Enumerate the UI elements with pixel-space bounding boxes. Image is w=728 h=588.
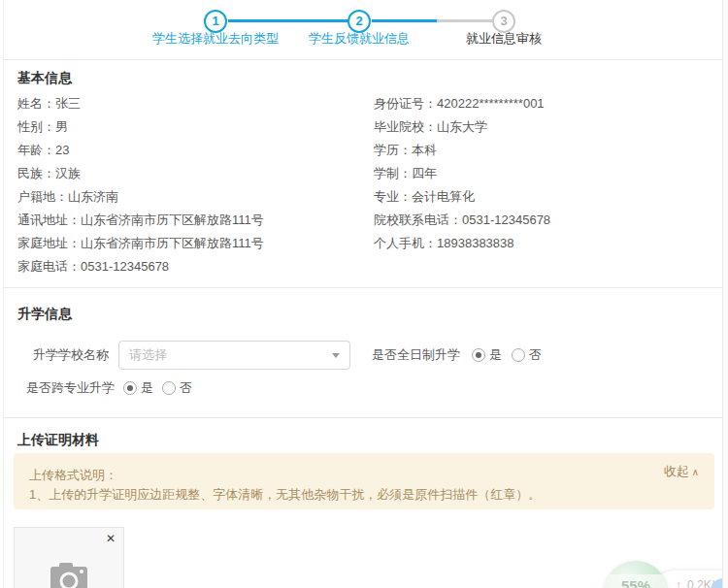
upload-format-notice: 收起∧ 上传格式说明： 1、上传的升学证明应边距规整、字体清晰，无其他杂物干扰，… <box>14 453 714 509</box>
school-select[interactable]: 请选择 <box>118 341 350 370</box>
step-connector-1-2 <box>228 19 347 22</box>
info-row-school-phone: 院校联系电话：0531-12345678 <box>374 209 550 232</box>
info-label: 专业： <box>374 189 412 204</box>
info-row-home-phone: 家庭电话：0531-12345678 <box>17 255 264 278</box>
fulltime-question-label: 是否全日制升学 <box>372 341 460 370</box>
info-label: 姓名： <box>17 96 55 111</box>
info-label: 通讯地址： <box>17 212 81 227</box>
fulltime-no-radio[interactable] <box>512 348 525 362</box>
info-row-mailing-address: 通讯地址：山东省济南市历下区解放路111号 <box>17 209 264 232</box>
info-value: 0531-12345678 <box>81 259 169 274</box>
cross-major-no-label[interactable]: 否 <box>180 375 192 402</box>
basic-info-right-column: 身份证号：420222*********001 毕业院校：山东大学 学历：本科 … <box>374 92 550 255</box>
notice-heading: 上传格式说明： <box>29 466 117 485</box>
notice-rule-1: 1、上传的升学证明应边距规整、字体清晰，无其他杂物干扰，必须是原件扫描件（红章）… <box>29 485 541 505</box>
step-3-circle: 3 <box>492 10 515 33</box>
info-row-ethnicity: 民族：汉族 <box>17 162 264 185</box>
study-info-title: 升学信息 <box>17 306 72 323</box>
info-label: 性别： <box>17 119 55 134</box>
info-value: 汉族 <box>55 166 81 180</box>
collapse-label: 收起 <box>664 464 689 478</box>
info-row-home-address: 家庭地址：山东省济南市历下区解放路111号 <box>17 232 264 255</box>
info-label: 民族： <box>17 166 55 180</box>
info-value: 男 <box>55 119 68 134</box>
school-name-label: 升学学校名称 <box>33 341 109 370</box>
info-row-age: 年龄：23 <box>17 139 264 162</box>
info-row-household: 户籍地：山东济南 <box>17 185 264 209</box>
page: 1 2 3 学生选择就业去向类型 学生反馈就业信息 就业信息审核 基本信息 姓名… <box>0 0 728 588</box>
fulltime-no-label[interactable]: 否 <box>529 341 542 370</box>
info-label: 毕业院校： <box>374 119 437 134</box>
cross-major-yes-radio[interactable] <box>123 381 137 395</box>
basic-info-left-column: 姓名：张三 性别：男 年龄：23 民族：汉族 户籍地：山东济南 通讯地址：山东省… <box>17 92 264 278</box>
wizard-stepper: 1 2 3 学生选择就业去向类型 学生反馈就业信息 就业信息审核 <box>0 0 728 59</box>
basic-info-title: 基本信息 <box>17 70 72 87</box>
info-label: 院校联系电话： <box>374 212 462 227</box>
chevron-down-icon <box>332 353 340 358</box>
cross-major-yes-label[interactable]: 是 <box>141 375 153 402</box>
info-label: 家庭电话： <box>17 259 81 274</box>
left-edge-divider <box>3 0 4 588</box>
step-1-circle: 1 <box>204 10 227 33</box>
school-select-placeholder: 请选择 <box>119 342 349 369</box>
info-label: 家庭地址： <box>17 236 81 250</box>
step-2-circle: 2 <box>347 10 371 33</box>
upload-thumbnail[interactable]: ✕ <box>14 527 124 588</box>
info-row-duration: 学制：四年 <box>374 162 550 185</box>
fulltime-yes-radio[interactable] <box>472 348 485 362</box>
info-value: 0531-12345678 <box>462 212 550 227</box>
step-connector-2-3-done <box>372 19 437 22</box>
info-row-mobile: 个人手机：18938383838 <box>374 232 550 255</box>
info-value: 张三 <box>55 96 81 111</box>
cross-major-no-radio[interactable] <box>162 381 176 395</box>
info-label: 身份证号： <box>374 96 437 111</box>
info-value: 18938383838 <box>437 236 514 250</box>
collapse-toggle[interactable]: 收起∧ <box>664 463 699 480</box>
info-value: 山东省济南市历下区解放路111号 <box>81 236 264 250</box>
info-label: 学历： <box>374 143 412 157</box>
info-row-school: 毕业院校：山东大学 <box>374 115 550 139</box>
info-value: 本科 <box>412 143 437 157</box>
memory-percent-ball[interactable]: 55% <box>604 561 668 588</box>
up-arrow-icon: ↑ <box>676 578 681 588</box>
info-label: 个人手机： <box>374 236 437 250</box>
chevron-up-icon: ∧ <box>692 467 699 477</box>
info-row-name: 姓名：张三 <box>17 92 264 115</box>
info-label: 户籍地： <box>17 189 68 204</box>
close-icon[interactable]: ✕ <box>106 532 116 545</box>
camera-icon <box>50 563 88 588</box>
info-value: 山东省济南市历下区解放路111号 <box>81 212 264 227</box>
info-label: 学制： <box>374 166 412 180</box>
divider <box>4 59 722 60</box>
divider <box>4 287 722 288</box>
cross-major-question-label: 是否跨专业升学 <box>26 375 115 402</box>
scrollbar[interactable] <box>722 0 728 588</box>
divider <box>4 417 722 418</box>
info-row-degree: 学历：本科 <box>374 139 550 162</box>
info-value: 420222*********001 <box>437 96 545 111</box>
browser-speed-widget: ↑0.2K/s + 55% <box>602 559 728 588</box>
info-row-gender: 性别：男 <box>17 115 264 139</box>
info-value: 山东大学 <box>437 119 487 134</box>
info-value: 会计电算化 <box>412 189 475 204</box>
fulltime-yes-label[interactable]: 是 <box>489 341 502 370</box>
upload-title: 上传证明材料 <box>17 432 99 449</box>
info-row-id-number: 身份证号：420222*********001 <box>374 92 550 115</box>
step-connector-2-3-pending <box>437 19 492 22</box>
info-value: 四年 <box>412 166 437 180</box>
info-value: 山东济南 <box>68 189 118 204</box>
percent-value: 55% <box>604 574 668 588</box>
info-label: 年龄： <box>17 143 55 157</box>
info-value: 23 <box>55 143 69 157</box>
info-row-major: 专业：会计电算化 <box>374 185 550 209</box>
